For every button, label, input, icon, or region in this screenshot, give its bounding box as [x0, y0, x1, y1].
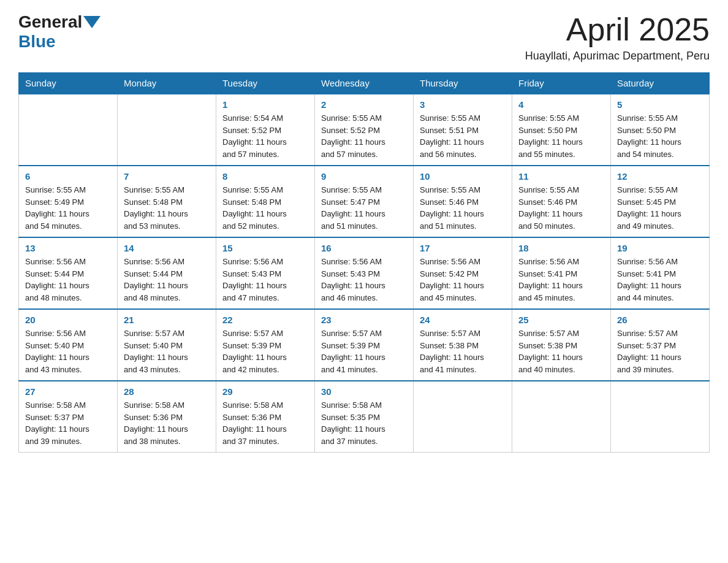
day-number: 6 [25, 171, 111, 182]
day-info: Sunrise: 5:58 AM Sunset: 5:37 PM Dayligh… [25, 399, 111, 447]
week-row-4: 20Sunrise: 5:56 AM Sunset: 5:40 PM Dayli… [19, 309, 710, 381]
day-cell: 11Sunrise: 5:55 AM Sunset: 5:46 PM Dayli… [512, 166, 611, 237]
day-cell: 30Sunrise: 5:58 AM Sunset: 5:35 PM Dayli… [315, 381, 414, 453]
day-info: Sunrise: 5:55 AM Sunset: 5:48 PM Dayligh… [222, 184, 308, 232]
day-info: Sunrise: 5:55 AM Sunset: 5:48 PM Dayligh… [124, 184, 210, 232]
day-number: 12 [617, 171, 703, 182]
weekday-header-tuesday: Tuesday [216, 73, 315, 94]
day-cell [118, 94, 216, 166]
day-info: Sunrise: 5:56 AM Sunset: 5:44 PM Dayligh… [25, 256, 111, 304]
day-cell: 3Sunrise: 5:55 AM Sunset: 5:51 PM Daylig… [414, 94, 512, 166]
day-info: Sunrise: 5:56 AM Sunset: 5:44 PM Dayligh… [124, 256, 210, 304]
weekday-header-thursday: Thursday [414, 73, 512, 94]
day-info: Sunrise: 5:55 AM Sunset: 5:50 PM Dayligh… [518, 112, 604, 160]
day-number: 25 [518, 315, 604, 325]
weekday-header-row: SundayMondayTuesdayWednesdayThursdayFrid… [19, 73, 710, 94]
week-row-2: 6Sunrise: 5:55 AM Sunset: 5:49 PM Daylig… [19, 166, 710, 237]
day-number: 8 [222, 171, 308, 182]
month-title: April 2025 [525, 12, 710, 47]
day-info: Sunrise: 5:55 AM Sunset: 5:46 PM Dayligh… [518, 184, 604, 232]
day-cell: 22Sunrise: 5:57 AM Sunset: 5:39 PM Dayli… [216, 309, 315, 381]
day-number: 16 [321, 243, 407, 253]
day-info: Sunrise: 5:57 AM Sunset: 5:37 PM Dayligh… [617, 327, 703, 375]
day-number: 11 [518, 171, 604, 182]
day-cell: 26Sunrise: 5:57 AM Sunset: 5:37 PM Dayli… [611, 309, 710, 381]
day-info: Sunrise: 5:57 AM Sunset: 5:38 PM Dayligh… [420, 327, 506, 375]
day-number: 26 [617, 315, 703, 325]
day-info: Sunrise: 5:55 AM Sunset: 5:47 PM Dayligh… [321, 184, 407, 232]
day-info: Sunrise: 5:56 AM Sunset: 5:41 PM Dayligh… [518, 256, 604, 304]
day-number: 18 [518, 243, 604, 253]
day-number: 5 [617, 99, 703, 110]
day-number: 13 [25, 243, 111, 253]
weekday-header-wednesday: Wednesday [315, 73, 414, 94]
day-number: 28 [124, 386, 210, 397]
day-info: Sunrise: 5:57 AM Sunset: 5:38 PM Dayligh… [518, 327, 604, 375]
day-number: 2 [321, 99, 407, 110]
day-info: Sunrise: 5:58 AM Sunset: 5:36 PM Dayligh… [124, 399, 210, 447]
day-cell: 27Sunrise: 5:58 AM Sunset: 5:37 PM Dayli… [19, 381, 118, 453]
week-row-3: 13Sunrise: 5:56 AM Sunset: 5:44 PM Dayli… [19, 237, 710, 309]
location-title: Huayllati, Apurimac Department, Peru [525, 50, 710, 63]
day-cell: 18Sunrise: 5:56 AM Sunset: 5:41 PM Dayli… [512, 237, 611, 309]
logo-triangle-icon [83, 16, 100, 28]
day-number: 10 [420, 171, 506, 182]
day-cell: 14Sunrise: 5:56 AM Sunset: 5:44 PM Dayli… [118, 237, 216, 309]
day-cell: 6Sunrise: 5:55 AM Sunset: 5:49 PM Daylig… [19, 166, 118, 237]
day-number: 4 [518, 99, 604, 110]
day-number: 15 [222, 243, 308, 253]
day-cell: 29Sunrise: 5:58 AM Sunset: 5:36 PM Dayli… [216, 381, 315, 453]
day-info: Sunrise: 5:57 AM Sunset: 5:39 PM Dayligh… [222, 327, 308, 375]
day-number: 22 [222, 315, 308, 325]
weekday-header-monday: Monday [118, 73, 216, 94]
day-cell: 19Sunrise: 5:56 AM Sunset: 5:41 PM Dayli… [611, 237, 710, 309]
day-cell: 16Sunrise: 5:56 AM Sunset: 5:43 PM Dayli… [315, 237, 414, 309]
day-cell [611, 381, 710, 453]
day-cell: 28Sunrise: 5:58 AM Sunset: 5:36 PM Dayli… [118, 381, 216, 453]
day-number: 7 [124, 171, 210, 182]
day-cell [512, 381, 611, 453]
day-cell [19, 94, 118, 166]
day-info: Sunrise: 5:57 AM Sunset: 5:40 PM Dayligh… [124, 327, 210, 375]
title-section: April 2025 Huayllati, Apurimac Departmen… [525, 12, 710, 63]
day-info: Sunrise: 5:57 AM Sunset: 5:39 PM Dayligh… [321, 327, 407, 375]
day-cell: 12Sunrise: 5:55 AM Sunset: 5:45 PM Dayli… [611, 166, 710, 237]
day-info: Sunrise: 5:55 AM Sunset: 5:46 PM Dayligh… [420, 184, 506, 232]
day-cell: 15Sunrise: 5:56 AM Sunset: 5:43 PM Dayli… [216, 237, 315, 309]
day-number: 9 [321, 171, 407, 182]
day-info: Sunrise: 5:56 AM Sunset: 5:41 PM Dayligh… [617, 256, 703, 304]
day-cell: 9Sunrise: 5:55 AM Sunset: 5:47 PM Daylig… [315, 166, 414, 237]
day-number: 24 [420, 315, 506, 325]
day-number: 27 [25, 386, 111, 397]
day-cell: 17Sunrise: 5:56 AM Sunset: 5:42 PM Dayli… [414, 237, 512, 309]
calendar-table: SundayMondayTuesdayWednesdayThursdayFrid… [18, 72, 710, 453]
day-cell: 25Sunrise: 5:57 AM Sunset: 5:38 PM Dayli… [512, 309, 611, 381]
day-info: Sunrise: 5:54 AM Sunset: 5:52 PM Dayligh… [222, 112, 308, 160]
day-number: 23 [321, 315, 407, 325]
day-info: Sunrise: 5:55 AM Sunset: 5:49 PM Dayligh… [25, 184, 111, 232]
day-cell: 13Sunrise: 5:56 AM Sunset: 5:44 PM Dayli… [19, 237, 118, 309]
week-row-5: 27Sunrise: 5:58 AM Sunset: 5:37 PM Dayli… [19, 381, 710, 453]
day-info: Sunrise: 5:58 AM Sunset: 5:36 PM Dayligh… [222, 399, 308, 447]
day-cell: 2Sunrise: 5:55 AM Sunset: 5:52 PM Daylig… [315, 94, 414, 166]
day-cell: 4Sunrise: 5:55 AM Sunset: 5:50 PM Daylig… [512, 94, 611, 166]
day-cell: 23Sunrise: 5:57 AM Sunset: 5:39 PM Dayli… [315, 309, 414, 381]
page-header: General Blue April 2025 Huayllati, Apuri… [18, 12, 710, 63]
logo-blue-text: Blue [18, 32, 56, 52]
day-info: Sunrise: 5:56 AM Sunset: 5:40 PM Dayligh… [25, 327, 111, 375]
day-cell: 24Sunrise: 5:57 AM Sunset: 5:38 PM Dayli… [414, 309, 512, 381]
day-number: 3 [420, 99, 506, 110]
day-number: 19 [617, 243, 703, 253]
day-info: Sunrise: 5:55 AM Sunset: 5:52 PM Dayligh… [321, 112, 407, 160]
day-info: Sunrise: 5:58 AM Sunset: 5:35 PM Dayligh… [321, 399, 407, 447]
day-number: 14 [124, 243, 210, 253]
logo-general-text: General [18, 12, 82, 32]
day-info: Sunrise: 5:56 AM Sunset: 5:43 PM Dayligh… [321, 256, 407, 304]
weekday-header-friday: Friday [512, 73, 611, 94]
day-cell: 5Sunrise: 5:55 AM Sunset: 5:50 PM Daylig… [611, 94, 710, 166]
week-row-1: 1Sunrise: 5:54 AM Sunset: 5:52 PM Daylig… [19, 94, 710, 166]
day-cell: 7Sunrise: 5:55 AM Sunset: 5:48 PM Daylig… [118, 166, 216, 237]
day-number: 17 [420, 243, 506, 253]
day-info: Sunrise: 5:55 AM Sunset: 5:51 PM Dayligh… [420, 112, 506, 160]
day-number: 1 [222, 99, 308, 110]
